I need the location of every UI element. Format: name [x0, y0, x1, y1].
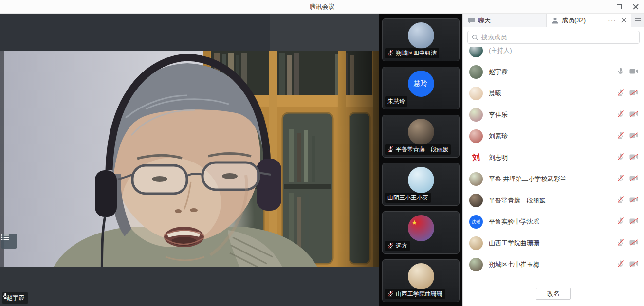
member-status-icons — [617, 47, 639, 50]
member-row[interactable]: (主持人) — [463, 47, 644, 61]
camera-status-icon — [629, 110, 639, 119]
mic-status-icon — [617, 89, 625, 98]
avatar — [408, 22, 434, 49]
avatar — [469, 47, 483, 57]
tab-chat[interactable]: 聊天 — [463, 14, 547, 27]
main-video[interactable]: 赵宇霞 — [0, 14, 379, 306]
camera-status-icon — [629, 89, 639, 98]
member-name: 平鲁 井坪第二小学校武彩兰 — [489, 175, 617, 183]
member-row[interactable]: 平鲁常青藤 段丽媛 — [463, 190, 644, 211]
thumbnail-name-chip: 远方 — [385, 241, 410, 251]
video-thumbnail-strip: 朔城区四中钮洁 慧玲 朱慧玲 平鲁常青藤 段丽媛 山阴三小王小英 ★ 远方 — [379, 14, 462, 306]
member-status-icons — [617, 153, 639, 162]
thumbnail-name: 山西工学院曲珊珊 — [396, 290, 442, 298]
window-controls — [594, 0, 644, 14]
video-thumbnail[interactable]: 山阴三小王小英 — [382, 163, 460, 206]
member-search-box[interactable] — [467, 31, 640, 44]
avatar — [469, 87, 483, 100]
member-name: 李佳乐 — [489, 110, 617, 119]
member-status-icons — [617, 174, 639, 184]
minimize-button[interactable] — [594, 0, 611, 14]
mic-status-icon — [617, 174, 625, 184]
member-row[interactable]: 山西工学院曲珊珊 — [463, 233, 644, 254]
mic-status-icon — [617, 196, 625, 205]
member-status-icons — [617, 67, 639, 77]
thumbnail-name-chip: 朱慧玲 — [385, 96, 407, 107]
layout-toggle-button[interactable] — [1, 234, 17, 249]
video-thumbnail[interactable]: 平鲁常青藤 段丽媛 — [382, 115, 460, 158]
avatar — [469, 129, 483, 143]
member-row[interactable]: 沈瑶 平鲁实验中学沈瑶 — [463, 211, 644, 233]
flag-star-icon: ★ — [412, 219, 418, 226]
window-title: 腾讯会议 — [0, 0, 644, 14]
more-options-button[interactable]: ··· — [608, 14, 616, 27]
maximize-button[interactable] — [611, 0, 627, 14]
thumbnail-name-chip: 山阴三小王小英 — [385, 193, 431, 203]
close-button[interactable] — [627, 0, 644, 14]
member-name: 山西工学院曲珊珊 — [489, 239, 617, 248]
speaker-video-frame — [0, 14, 379, 306]
panel-menu-button[interactable] — [631, 14, 644, 27]
titlebar: 腾讯会议 — [0, 0, 644, 14]
video-thumbnail[interactable]: ★ 远方 — [382, 211, 460, 254]
avatar: ★ — [408, 215, 434, 241]
mic-muted-icon — [387, 146, 394, 154]
person-icon — [552, 17, 559, 24]
mic-muted-icon — [387, 50, 394, 57]
member-row[interactable]: 赵宇霞 — [463, 61, 644, 83]
thumbnail-name: 平鲁常青藤 段丽媛 — [396, 145, 448, 154]
hamburger-menu-icon — [635, 18, 641, 22]
member-row[interactable]: 李佳乐 — [463, 104, 644, 126]
camera-status-icon — [629, 196, 639, 205]
camera-status-icon — [629, 47, 639, 49]
tencent-meeting-window: 腾讯会议 — [0, 0, 644, 306]
member-row[interactable]: 刘素珍 — [463, 126, 644, 147]
avatar — [408, 263, 434, 289]
avatar: 沈瑶 — [469, 215, 483, 229]
member-name: (主持人) — [489, 47, 617, 55]
video-thumbnail[interactable]: 慧玲 朱慧玲 — [382, 67, 460, 109]
avatar — [408, 119, 434, 145]
member-status-icons — [617, 110, 639, 120]
mic-status-icon — [617, 238, 625, 248]
rename-button[interactable]: 改名 — [536, 288, 571, 300]
tab-members[interactable]: 成员(32) — [547, 14, 608, 27]
avatar — [469, 172, 483, 186]
panel-tab-bar: 聊天 成员(32) ··· — [463, 14, 644, 27]
member-name: 刘素珍 — [489, 132, 617, 141]
mic-status-icon — [617, 260, 625, 270]
avatar: 慧玲 — [408, 71, 434, 97]
close-icon — [633, 4, 639, 10]
avatar — [469, 258, 483, 271]
member-row[interactable]: 朔城区七中崔玉梅 — [463, 254, 644, 275]
member-name: 朔城区七中崔玉梅 — [489, 260, 617, 269]
avatar: 刘 — [469, 150, 484, 165]
thumbnail-name-chip: 平鲁常青藤 段丽媛 — [385, 144, 451, 155]
member-search-input[interactable] — [481, 34, 635, 41]
chat-bubble-icon — [468, 17, 475, 24]
camera-status-icon — [629, 217, 639, 226]
member-status-icons — [617, 89, 639, 98]
member-status-icons — [617, 217, 639, 227]
avatar — [469, 194, 483, 207]
member-row[interactable]: 刘 刘志明 — [463, 147, 644, 168]
member-status-icons — [617, 196, 639, 205]
member-row[interactable]: 晨曦 — [463, 83, 644, 104]
member-list: (主持人) 赵宇霞 晨曦 李佳乐 — [463, 47, 644, 281]
thumbnail-name-chip: 山西工学院曲珊珊 — [385, 289, 445, 299]
member-name: 晨曦 — [489, 89, 617, 98]
member-name: 平鲁实验中学沈瑶 — [489, 217, 617, 226]
camera-status-icon — [629, 260, 639, 269]
member-name: 赵宇霞 — [489, 68, 617, 76]
thumbnail-name: 远方 — [396, 242, 407, 250]
member-search-area — [463, 27, 644, 47]
video-thumbnail[interactable]: 朔城区四中钮洁 — [382, 18, 460, 61]
mic-muted-icon — [387, 242, 394, 250]
mic-status-icon — [617, 153, 625, 162]
avatar — [469, 65, 483, 79]
video-thumbnail[interactable]: 山西工学院曲珊珊 — [382, 259, 460, 302]
mic-status-icon — [617, 217, 625, 227]
speaker-name-chip: 赵宇霞 — [2, 292, 28, 304]
panel-close-button[interactable] — [621, 18, 627, 23]
member-row[interactable]: 平鲁 井坪第二小学校武彩兰 — [463, 168, 644, 190]
